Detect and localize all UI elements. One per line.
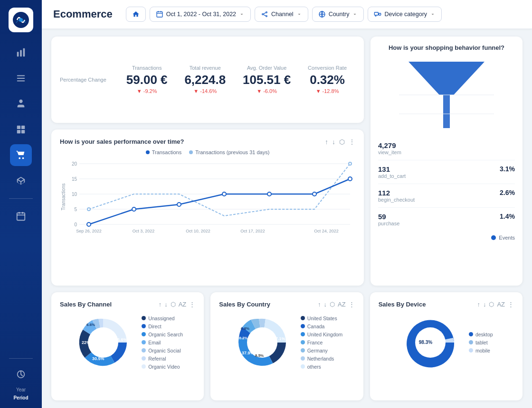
svg-line-26 [263, 13, 266, 14]
svg-point-54 [87, 223, 91, 226]
svg-text:Oct 10, 2022: Oct 10, 2022 [186, 229, 210, 233]
country-az-btn[interactable]: AZ [338, 301, 346, 308]
funnel-stage-view: 4,279 view_item [378, 137, 515, 160]
sidebar-item-list[interactable] [10, 67, 32, 89]
legend-desktop: desktop [469, 332, 493, 337]
svg-text:Sep 26, 2022: Sep 26, 2022 [76, 229, 102, 233]
legend-unassigned: Unassigned [142, 315, 183, 321]
legend-us: United States [301, 315, 343, 321]
sidebar-year-filter[interactable] [10, 363, 32, 385]
device-legend: desktop tablet mobile [469, 332, 493, 353]
legend-email: Email [142, 340, 183, 345]
channel-button[interactable]: Channel [255, 7, 308, 22]
svg-text:37.9%: 37.9% [242, 351, 254, 355]
device-title: Sales By Device [379, 301, 426, 308]
country-more-btn[interactable]: ⋮ [349, 301, 355, 308]
funnel-stages: 4,279 view_item 131 add_to_cart 3.1% 112… [378, 137, 515, 231]
sidebar-item-touch[interactable] [10, 93, 32, 115]
country-button[interactable]: Country [312, 7, 364, 22]
device-up-btn[interactable]: ↑ [477, 301, 480, 308]
legend-dot-2 [189, 150, 193, 154]
device-header: Sales By Device ↑ ↓ ⬡ AZ ⋮ [379, 301, 514, 308]
country-legend: United States Canada United Kingdom Fran… [301, 315, 343, 370]
chart-down-btn[interactable]: ↓ [332, 138, 335, 146]
sidebar-item-charts[interactable] [10, 42, 32, 64]
country-donut-wrapper: 27.1% 37.9% 10.2% 8.5% 6.8% United State… [219, 312, 354, 373]
svg-text:Oct 3, 2022: Oct 3, 2022 [133, 229, 155, 233]
date-range-button[interactable]: Oct 1, 2022 - Oct 31, 2022 [150, 7, 251, 22]
svg-rect-5 [17, 75, 25, 76]
chart-header: How is your sales performance over time?… [60, 138, 355, 146]
svg-text:15: 15 [72, 176, 77, 182]
device-category-button[interactable]: Device category [368, 7, 442, 22]
country-down-btn[interactable]: ↓ [324, 301, 327, 308]
legend-others: others [301, 364, 343, 370]
sales-by-device-card: Sales By Device ↑ ↓ ⬡ AZ ⋮ [370, 292, 522, 400]
svg-text:27.1%: 27.1% [273, 336, 285, 341]
svg-point-62 [349, 162, 352, 165]
sales-by-country-card: Sales By Country ↑ ↓ ⬡ AZ ⋮ [210, 292, 363, 400]
svg-point-61 [87, 208, 90, 211]
channel-down-btn[interactable]: ↓ [164, 301, 168, 308]
metrics-row: Transactions 59.00 € ▼ -9.2% Total reven… [118, 65, 355, 94]
svg-point-63 [88, 327, 118, 358]
chart-up-btn[interactable]: ↑ [325, 138, 328, 146]
device-down-btn[interactable]: ↓ [483, 301, 486, 308]
svg-text:98.3%: 98.3% [419, 340, 432, 345]
device-label: Device category [384, 11, 427, 18]
sidebar-item-grid[interactable] [10, 119, 32, 140]
svg-rect-30 [375, 12, 379, 15]
svg-text:30.5%: 30.5% [92, 356, 104, 361]
channel-legend: Unassigned Direct Organic Search Email O… [142, 315, 183, 370]
svg-rect-19 [157, 12, 162, 17]
country-header: Sales By Country ↑ ↓ ⬡ AZ ⋮ [219, 301, 354, 308]
channel-az-btn[interactable]: AZ [179, 301, 187, 308]
country-export-btn[interactable]: ⬡ [330, 301, 335, 308]
chart-actions: ↑ ↓ ⬡ ⋮ [325, 138, 355, 146]
channel-donut: 35.6% 30.5% 22% 6.6% [72, 312, 134, 373]
funnel-stage-cart: 131 add_to_cart 3.1% [378, 160, 515, 184]
country-donut: 27.1% 37.9% 10.2% 8.5% 6.8% [231, 312, 293, 373]
channel-export-btn[interactable]: ⬡ [171, 301, 176, 308]
funnel-legend: Events [378, 235, 515, 241]
main-content: Ecommerce Oct 1, 2022 - Oct 31, 2022 Cha… [42, 0, 532, 408]
legend-uk: United Kingdom [301, 332, 343, 337]
device-more-btn[interactable]: ⋮ [508, 301, 514, 308]
legend-organic-search: Organic Search [142, 332, 183, 337]
channel-header: Sales By Channel ↑ ↓ ⬡ AZ ⋮ [60, 301, 195, 308]
svg-rect-4 [23, 48, 25, 56]
chart-more-btn[interactable]: ⋮ [349, 138, 355, 146]
svg-point-59 [313, 192, 316, 196]
country-up-btn[interactable]: ↑ [318, 301, 321, 308]
funnel-stage-purchase: 59 purchase 1.4% [378, 208, 515, 231]
svg-text:Oct 17, 2022: Oct 17, 2022 [240, 229, 265, 233]
device-export-btn[interactable]: ⬡ [489, 301, 494, 308]
metrics-card: Percentage Change Transactions 59.00 € ▼… [51, 37, 364, 123]
svg-rect-8 [17, 126, 20, 129]
svg-text:22%: 22% [82, 340, 90, 345]
metric-conversion: Conversion Rate 0.32% ▼ -12.8% [308, 65, 347, 94]
device-az-btn[interactable]: AZ [497, 301, 505, 308]
svg-rect-35 [443, 95, 450, 128]
channel-more-btn[interactable]: ⋮ [189, 301, 195, 308]
svg-point-25 [266, 16, 267, 17]
line-chart-card: How is your sales performance over time?… [51, 130, 364, 286]
country-label: Country [329, 11, 350, 18]
sidebar-item-calendar[interactable] [10, 205, 32, 227]
svg-point-58 [267, 192, 271, 196]
header-nav: Oct 1, 2022 - Oct 31, 2022 Channel Count… [126, 7, 521, 22]
channel-title: Sales By Channel [60, 301, 112, 308]
sidebar-item-box[interactable] [10, 170, 32, 192]
home-button[interactable] [126, 7, 146, 22]
svg-text:10.2%: 10.2% [237, 336, 248, 340]
svg-rect-14 [17, 213, 25, 221]
metric-avg-order: Avg. Order Value 105.51 € ▼ -6.0% [243, 65, 291, 94]
sales-by-channel-card: Sales By Channel ↑ ↓ ⬡ AZ ⋮ [51, 292, 204, 400]
svg-text:35.6%: 35.6% [115, 337, 127, 342]
svg-text:Oct 24, 2022: Oct 24, 2022 [314, 229, 339, 233]
chart-export-btn[interactable]: ⬡ [339, 138, 345, 146]
channel-up-btn[interactable]: ↑ [159, 301, 162, 308]
svg-text:6.6%: 6.6% [86, 323, 95, 327]
sidebar-item-cart[interactable] [10, 144, 32, 166]
sidebar: Year Period [0, 0, 42, 408]
